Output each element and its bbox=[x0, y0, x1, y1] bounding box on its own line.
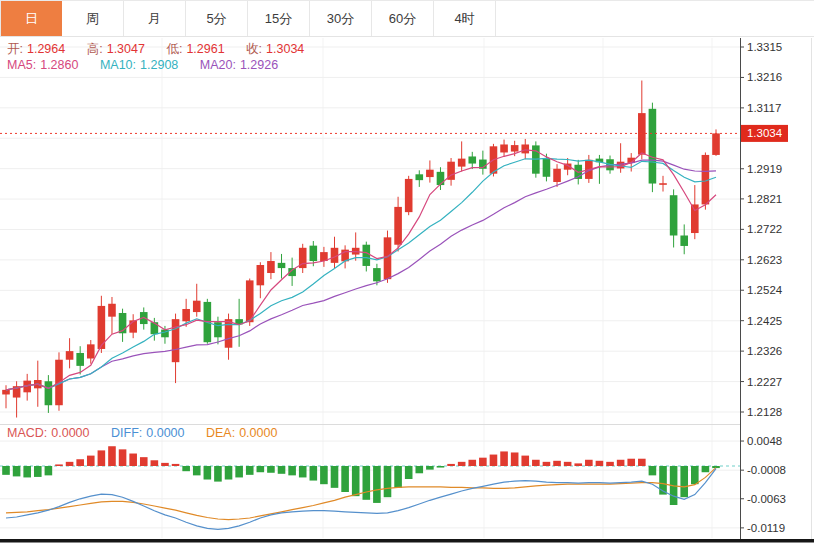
close-label: 收: bbox=[246, 42, 262, 56]
chart-canvas[interactable]: 1.33151.32161.31171.29191.28211.27221.26… bbox=[0, 37, 814, 543]
price-axis-label: 1.3216 bbox=[747, 71, 782, 83]
price-axis-label: 1.2128 bbox=[747, 406, 782, 418]
price-axis-label: 1.2425 bbox=[747, 315, 782, 327]
price-axis-label: 1.2326 bbox=[747, 345, 782, 357]
ma-readout: MA5:1.2860 MA10:1.2908 MA20:1.2926 bbox=[7, 58, 296, 72]
tab-month[interactable]: 月 bbox=[124, 1, 186, 36]
ma5-label: MA5: bbox=[7, 58, 36, 72]
price-axis-label: 1.3117 bbox=[747, 102, 781, 114]
timeframe-tabbar: 日周月5分15分30分60分4时 bbox=[0, 0, 814, 37]
diff-label: DIFF: bbox=[111, 426, 142, 440]
ma10-label: MA10: bbox=[100, 58, 136, 72]
last-price-badge-text: 1.3034 bbox=[747, 127, 783, 139]
macd-axis-label: 0.0048 bbox=[747, 435, 782, 447]
trading-chart-app: 日周月5分15分30分60分4时 1.33151.32161.31171.291… bbox=[0, 0, 814, 543]
high-label: 高: bbox=[87, 42, 103, 56]
price-axis-label: 1.2623 bbox=[747, 254, 782, 266]
candlestick-chart[interactable]: 1.33151.32161.31171.29191.28211.27221.26… bbox=[0, 37, 814, 543]
open-label: 开: bbox=[7, 42, 23, 56]
high-value: 1.3047 bbox=[107, 42, 145, 56]
price-axis-label: 1.2227 bbox=[747, 376, 782, 388]
macd-value: 0.0000 bbox=[51, 426, 89, 440]
price-axis-label: 1.2722 bbox=[747, 223, 782, 235]
macd-label: MACD: bbox=[7, 426, 47, 440]
tab-60min[interactable]: 60分 bbox=[372, 1, 434, 36]
tab-5min[interactable]: 5分 bbox=[186, 1, 248, 36]
ma20-label: MA20: bbox=[200, 58, 236, 72]
macd-axis-label: -0.0119 bbox=[747, 522, 785, 534]
ma5-value: 1.2860 bbox=[40, 58, 78, 72]
ma10-value: 1.2908 bbox=[140, 58, 178, 72]
close-value: 1.3034 bbox=[266, 42, 304, 56]
price-axis-label: 1.2919 bbox=[747, 163, 782, 175]
price-axis-label: 1.3315 bbox=[747, 41, 782, 53]
dea-value: 0.0000 bbox=[239, 426, 277, 440]
tab-week[interactable]: 周 bbox=[62, 1, 124, 36]
tab-15min[interactable]: 15分 bbox=[248, 1, 310, 36]
macd-readout: MACD:0.0000 DIFF:0.0000 DEA:0.0000 bbox=[7, 426, 295, 440]
ohlc-readout: 开:1.2964 高:1.3047 低:1.2961 收:1.3034 bbox=[7, 41, 322, 58]
dea-label: DEA: bbox=[206, 426, 235, 440]
low-value: 1.2961 bbox=[186, 42, 224, 56]
macd-axis-label: -0.0008 bbox=[747, 464, 786, 476]
ma20-value: 1.2926 bbox=[240, 58, 278, 72]
tab-day[interactable]: 日 bbox=[0, 1, 62, 36]
macd-axis-label: -0.0063 bbox=[747, 493, 786, 505]
diff-value: 0.0000 bbox=[146, 426, 184, 440]
tab-4hour[interactable]: 4时 bbox=[434, 1, 496, 36]
price-axis-label: 1.2821 bbox=[747, 193, 782, 205]
price-axis-label: 1.2524 bbox=[747, 284, 783, 296]
tab-30min[interactable]: 30分 bbox=[310, 1, 372, 36]
open-value: 1.2964 bbox=[27, 42, 65, 56]
low-label: 低: bbox=[166, 42, 182, 56]
